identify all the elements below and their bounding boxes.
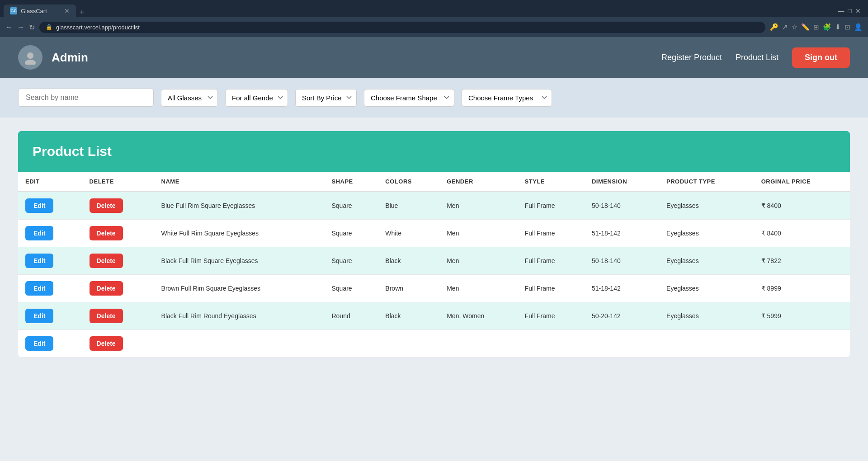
cell-dimension: 51-18-142 bbox=[585, 220, 659, 247]
sort-by-price-select[interactable]: Sort By Price Low to High High to Low bbox=[295, 89, 357, 107]
cell-style: Full Frame bbox=[518, 220, 585, 247]
filter-bar: All Glasses Eyeglasses Sunglasses For al… bbox=[0, 78, 868, 118]
header-nav: Register Product Product List Sign out bbox=[661, 47, 850, 68]
page-title: Product List bbox=[33, 144, 835, 159]
address-bar-row: ← → ↻ 🔒 glassscart.vercel.app/productlis… bbox=[0, 17, 868, 37]
share-icon[interactable]: ↗ bbox=[782, 23, 788, 31]
edit-button[interactable]: Edit bbox=[25, 254, 53, 268]
col-delete: DELETE bbox=[82, 172, 154, 192]
split-icon[interactable]: ⊡ bbox=[844, 23, 850, 31]
col-gender: GENDER bbox=[439, 172, 517, 192]
cell-style: Full Frame bbox=[518, 302, 585, 330]
cell-dimension: 50-18-140 bbox=[585, 192, 659, 220]
minimize-button[interactable]: — bbox=[838, 7, 844, 14]
col-colors: COLORS bbox=[378, 172, 439, 192]
back-button[interactable]: ← bbox=[5, 23, 13, 31]
cell-product-type: Eyeglasses bbox=[659, 275, 754, 302]
table-row: Edit Delete White Full Rim Square Eyegla… bbox=[18, 220, 850, 247]
new-tab-button[interactable]: + bbox=[80, 8, 85, 17]
star-icon[interactable]: ☆ bbox=[792, 23, 797, 31]
cell-shape: Round bbox=[324, 302, 378, 330]
close-tab-icon[interactable]: ✕ bbox=[64, 7, 70, 14]
cell-dimension: 50-20-142 bbox=[585, 302, 659, 330]
browser-tab[interactable]: GC GlassCart ✕ bbox=[4, 5, 76, 17]
cell-name: White Full Rim Square Eyeglasses bbox=[154, 220, 325, 247]
table-row: Edit Delete Black Full Rim Square Eyegla… bbox=[18, 247, 850, 275]
cell-colors: White bbox=[378, 220, 439, 247]
frame-shape-select[interactable]: Choose Frame Shape Square Round Rectangl… bbox=[364, 89, 454, 107]
grid-icon[interactable]: ⊞ bbox=[813, 23, 819, 31]
cell-shape: Square bbox=[324, 275, 378, 302]
table-header-row: EDIT DELETE NAME SHAPE COLORS GENDER STY… bbox=[18, 172, 850, 192]
extension-icon[interactable]: 🧩 bbox=[823, 23, 831, 31]
signout-button[interactable]: Sign out bbox=[792, 47, 850, 68]
product-list-header: Product List bbox=[18, 131, 850, 172]
cell-product-type: Eyeglasses bbox=[659, 220, 754, 247]
product-table: EDIT DELETE NAME SHAPE COLORS GENDER STY… bbox=[18, 172, 850, 358]
tab-title: GlassCart bbox=[21, 8, 47, 14]
cell-product-type: Eyeglasses bbox=[659, 192, 754, 220]
forward-button[interactable]: → bbox=[17, 23, 24, 31]
url-text: glassscart.vercel.app/productlist bbox=[56, 24, 140, 31]
reload-button[interactable]: ↻ bbox=[29, 23, 35, 32]
cell-name: Black Full Rim Round Eyeglasses bbox=[154, 302, 325, 330]
cell-gender: Men bbox=[439, 192, 517, 220]
download-icon[interactable]: ⬇ bbox=[835, 23, 841, 31]
cell-dimension: 51-18-142 bbox=[585, 275, 659, 302]
col-price: ORGINAL PRICE bbox=[754, 172, 850, 192]
admin-label: Admin bbox=[52, 51, 88, 65]
close-window-button[interactable]: ✕ bbox=[855, 7, 861, 14]
edit-button[interactable]: Edit bbox=[25, 226, 53, 240]
delete-button[interactable]: Delete bbox=[90, 198, 123, 213]
product-list-link[interactable]: Product List bbox=[736, 53, 778, 62]
avatar bbox=[18, 45, 42, 70]
gender-select[interactable]: For all Gende Men Women bbox=[225, 89, 288, 107]
cell-colors: Blue bbox=[378, 192, 439, 220]
app-header: Admin Register Product Product List Sign… bbox=[0, 37, 868, 78]
col-style: STYLE bbox=[518, 172, 585, 192]
svg-point-1 bbox=[25, 60, 36, 65]
col-shape: SHAPE bbox=[324, 172, 378, 192]
delete-button[interactable]: Delete bbox=[90, 309, 123, 323]
product-table-container: Product List EDIT DELETE NAME SHAPE COLO… bbox=[18, 131, 850, 358]
delete-button[interactable]: Delete bbox=[90, 281, 123, 296]
cell-gender: Men bbox=[439, 220, 517, 247]
cell-name: Brown Full Rim Square Eyeglasses bbox=[154, 275, 325, 302]
col-name: NAME bbox=[154, 172, 325, 192]
glasses-type-select[interactable]: All Glasses Eyeglasses Sunglasses bbox=[161, 89, 218, 107]
delete-button[interactable]: Delete bbox=[90, 226, 123, 240]
maximize-button[interactable]: □ bbox=[848, 7, 852, 14]
browser-actions: 🔑 ↗ ☆ ✏️ ⊞ 🧩 ⬇ ⊡ 👤 bbox=[770, 23, 863, 31]
cell-dimension: 50-18-140 bbox=[585, 247, 659, 275]
table-row: Edit Delete Blue Full Rim Square Eyeglas… bbox=[18, 192, 850, 220]
cell-gender: Men, Women bbox=[439, 302, 517, 330]
table-row: Edit Delete Black Full Rim Round Eyeglas… bbox=[18, 302, 850, 330]
search-input[interactable] bbox=[18, 89, 154, 107]
cell-style: Full Frame bbox=[518, 192, 585, 220]
delete-button[interactable]: Delete bbox=[90, 254, 123, 268]
col-product-type: PRODUCT TYPE bbox=[659, 172, 754, 192]
url-bar[interactable]: 🔒 glassscart.vercel.app/productlist bbox=[39, 22, 765, 33]
cell-shape: Square bbox=[324, 247, 378, 275]
col-dimension: DIMENSION bbox=[585, 172, 659, 192]
cell-style: Full Frame bbox=[518, 247, 585, 275]
pen-icon[interactable]: ✏️ bbox=[801, 23, 810, 31]
cell-price: ₹ 5999 bbox=[754, 302, 850, 330]
edit-button[interactable]: Edit bbox=[25, 198, 53, 213]
cell-colors: Brown bbox=[378, 275, 439, 302]
edit-button[interactable]: Edit bbox=[25, 281, 53, 296]
key-icon[interactable]: 🔑 bbox=[770, 23, 778, 31]
profile-icon[interactable]: 👤 bbox=[854, 23, 863, 31]
table-row: Edit Delete Brown Full Rim Square Eyegla… bbox=[18, 275, 850, 302]
cell-name: Black Full Rim Square Eyeglasses bbox=[154, 247, 325, 275]
delete-button[interactable]: Delete bbox=[90, 336, 123, 351]
edit-button[interactable]: Edit bbox=[25, 309, 53, 323]
main-content: Product List EDIT DELETE NAME SHAPE COLO… bbox=[0, 118, 868, 371]
register-product-link[interactable]: Register Product bbox=[661, 53, 722, 62]
cell-name: Blue Full Rim Square Eyeglasses bbox=[154, 192, 325, 220]
edit-button[interactable]: Edit bbox=[25, 336, 53, 351]
frame-type-select[interactable]: Choose Frame Types Full Frame Half Frame… bbox=[462, 89, 552, 107]
cell-shape: Square bbox=[324, 220, 378, 247]
cell-price: ₹ 8400 bbox=[754, 220, 850, 247]
cell-price: ₹ 8999 bbox=[754, 275, 850, 302]
